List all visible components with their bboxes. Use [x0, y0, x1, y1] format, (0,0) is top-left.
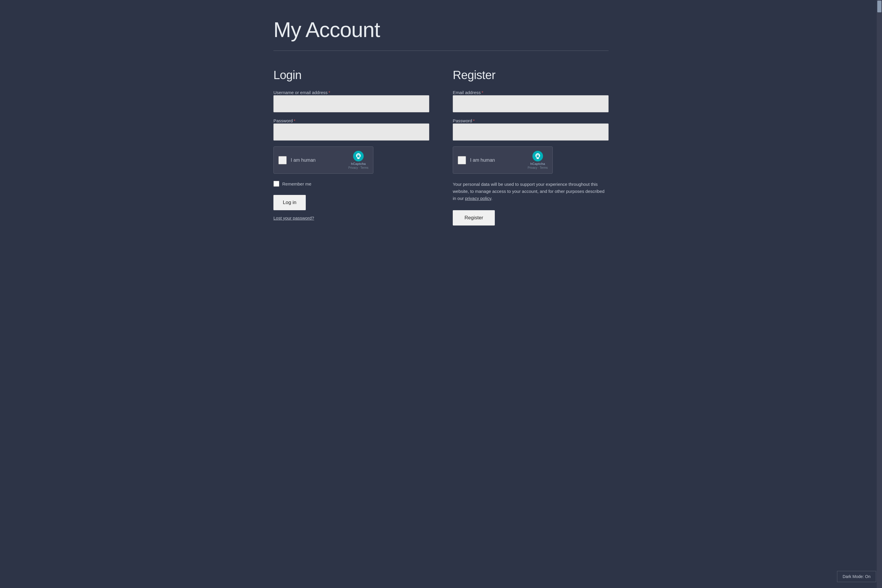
login-button[interactable]: Log in	[273, 195, 306, 210]
username-input[interactable]	[273, 95, 429, 112]
lost-password-link[interactable]: Lost your password?	[273, 216, 314, 220]
login-captcha-brand-name: hCaptcha	[351, 162, 366, 165]
login-captcha-links: Privacy · Terms	[348, 166, 368, 170]
remember-me-checkbox[interactable]	[273, 181, 279, 187]
username-field-group: Username or email address*	[273, 90, 429, 118]
register-captcha-brand: hCaptcha Privacy · Terms	[528, 151, 548, 170]
login-captcha-checkbox[interactable]	[278, 156, 286, 164]
privacy-policy-link[interactable]: privacy policy	[465, 196, 491, 201]
remember-me-row: Remember me	[273, 181, 429, 187]
dark-mode-toggle[interactable]: Dark Mode: On	[837, 571, 876, 582]
login-title: Login	[273, 69, 429, 82]
username-required: *	[328, 90, 330, 95]
login-password-field-group: Password*	[273, 118, 429, 146]
register-password-field-group: Password*	[453, 118, 609, 146]
register-button[interactable]: Register	[453, 210, 495, 225]
register-email-input[interactable]	[453, 95, 609, 112]
register-password-input[interactable]	[453, 123, 609, 141]
register-captcha-links: Privacy · Terms	[528, 166, 548, 170]
login-password-required: *	[294, 118, 296, 123]
privacy-text: Your personal data will be used to suppo…	[453, 181, 609, 202]
register-email-field-group: Email address*	[453, 90, 609, 118]
register-captcha-brand-name: hCaptcha	[530, 162, 545, 165]
remember-me-label: Remember me	[282, 182, 311, 186]
scrollbar-thumb[interactable]	[877, 1, 881, 12]
login-captcha-label: I am human	[291, 158, 344, 163]
register-title: Register	[453, 69, 609, 82]
main-columns: Login Username or email address* Passwor…	[273, 69, 609, 225]
register-password-label: Password*	[453, 118, 475, 123]
hcaptcha-icon	[353, 151, 364, 161]
svg-point-1	[357, 156, 360, 157]
svg-point-3	[537, 156, 539, 157]
register-captcha-label: I am human	[470, 158, 524, 163]
login-password-input[interactable]	[273, 123, 429, 141]
register-section: Register Email address* Password* I am h…	[453, 69, 609, 225]
page-title: My Account	[273, 18, 609, 42]
username-label: Username or email address*	[273, 90, 330, 95]
register-hcaptcha-icon	[532, 151, 543, 161]
login-captcha-brand: hCaptcha Privacy · Terms	[348, 151, 368, 170]
register-captcha-checkbox[interactable]	[458, 156, 466, 164]
login-captcha-widget[interactable]: I am human hCaptcha Privacy · Terms	[273, 146, 374, 174]
register-captcha-widget[interactable]: I am human hCaptcha Privacy · Terms	[453, 146, 553, 174]
login-section: Login Username or email address* Passwor…	[273, 69, 429, 225]
login-password-label: Password*	[273, 118, 296, 123]
register-email-label: Email address*	[453, 90, 483, 95]
register-password-required: *	[473, 118, 475, 123]
section-divider	[273, 51, 609, 51]
scrollbar[interactable]	[877, 0, 882, 588]
register-email-required: *	[482, 90, 483, 95]
